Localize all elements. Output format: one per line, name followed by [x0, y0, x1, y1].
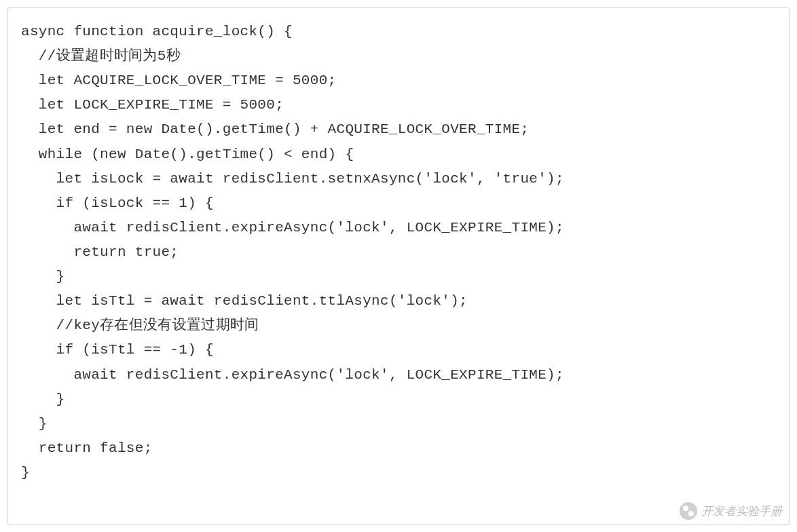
code-content: async function acquire_lock() { //设置超时时间… — [21, 20, 776, 485]
code-block: async function acquire_lock() { //设置超时时间… — [7, 7, 790, 525]
wechat-icon — [680, 502, 697, 520]
watermark: 开发者实验手册 — [680, 502, 782, 520]
watermark-text: 开发者实验手册 — [701, 504, 782, 519]
